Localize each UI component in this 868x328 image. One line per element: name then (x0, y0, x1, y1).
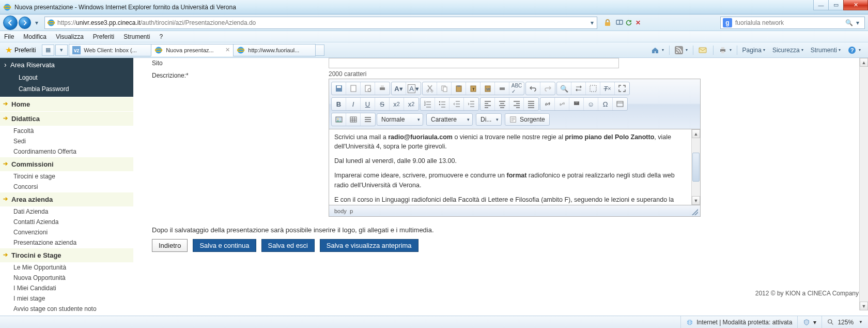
home-button[interactable]: ▾ (648, 44, 667, 56)
help-button[interactable]: ?▾ (845, 44, 864, 56)
toolbar-find-button[interactable]: 🔍 (557, 82, 571, 95)
scroll-up-icon[interactable]: ▲ (860, 58, 868, 67)
toolbar-print2-button[interactable] (495, 82, 509, 95)
close-window-button[interactable]: ✕ (843, 0, 868, 10)
back-button-form[interactable]: Indietro (152, 239, 188, 252)
toolbar-undo-button[interactable] (526, 82, 540, 95)
minimize-button[interactable]: — (813, 0, 829, 10)
toolbar-italic-button[interactable]: I (346, 98, 361, 110)
toolbar-selectall-button[interactable] (586, 82, 600, 95)
toolbar-bullet-list-button[interactable] (435, 98, 450, 110)
sidebar-header-reserved[interactable]: Area Riservata (0, 58, 133, 72)
lock-icon[interactable] (602, 18, 613, 28)
sidebar-header-commissioni[interactable]: Commissioni (0, 157, 133, 171)
toolbar-indent-button[interactable] (464, 98, 478, 110)
tab-fuoriaula[interactable]: http://www.fuoriaul... (233, 44, 316, 56)
save-continue-button[interactable]: Salva e continua (193, 239, 256, 252)
toolbar-paste-text-button[interactable]: T (466, 82, 481, 95)
toolbar-align-justify-button[interactable] (524, 98, 538, 110)
path-p[interactable]: p (350, 208, 353, 214)
scroll-down-icon[interactable]: ▼ (692, 196, 700, 205)
status-zoom[interactable]: 125% ▼ (822, 316, 868, 328)
sidebar-item[interactable]: I miei stage (0, 293, 133, 304)
sidebar-item[interactable]: Le Mie Opportunità (0, 262, 133, 273)
scroll-down-icon[interactable]: ▼ (860, 302, 868, 310)
sidebar-item[interactable]: Avvio stage con studente noto (0, 304, 133, 314)
toolbar-iframe-button[interactable] (613, 98, 627, 110)
toolbar-size-select[interactable]: Di... (476, 113, 502, 126)
menu-file[interactable]: File (4, 33, 14, 40)
toolbar-superscript-button[interactable]: x2 (404, 98, 419, 110)
toolbar-bold-dropdown[interactable]: A▾ (392, 82, 406, 95)
refresh-button[interactable] (624, 17, 633, 28)
editor-scrollbar[interactable]: ▲ ▼ (691, 129, 700, 205)
feeds-button[interactable]: ▾ (672, 44, 691, 56)
search-box[interactable]: g fuorialula network 🔍 ▾ (720, 17, 865, 29)
toolbar-table-button[interactable] (346, 113, 361, 126)
editor-resize-handle[interactable] (692, 209, 698, 215)
search-dropdown[interactable]: ▾ (853, 17, 862, 28)
sidebar-item[interactable]: Convenzioni (0, 227, 133, 237)
toolbar-unlink-button[interactable] (555, 98, 569, 110)
save-exit-button[interactable]: Salva ed esci (261, 239, 315, 252)
status-protected-mode-toggle[interactable]: ▾ (797, 316, 822, 328)
toolbar-print-button[interactable] (375, 82, 390, 95)
menu-tools[interactable]: Strumenti (123, 33, 150, 40)
favorites-button[interactable]: ★ Preferiti (2, 44, 39, 56)
back-button[interactable] (3, 16, 18, 30)
close-tab-icon[interactable]: ✕ (223, 47, 230, 53)
toolbar-source-button[interactable]: Sorgente (505, 113, 550, 126)
menu-edit[interactable]: Modifica (23, 33, 47, 40)
toolbar-anchor-button[interactable] (569, 98, 584, 110)
forward-button[interactable] (19, 17, 31, 29)
toolbar-specialchar-button[interactable]: Ω (598, 98, 613, 110)
toolbar-templates-button[interactable]: A▾ (406, 82, 421, 95)
tab-webclient[interactable]: vz Web Client: Inbox (... (69, 44, 151, 56)
scroll-up-icon[interactable]: ▲ (692, 129, 700, 138)
toolbar-spellcheck-button[interactable]: ABC✓ (509, 82, 524, 95)
toolbar-hr-button[interactable] (361, 113, 375, 126)
toolbar-cut-button[interactable] (423, 82, 437, 95)
sidebar-item[interactable]: Presentazione azienda (0, 237, 133, 248)
path-body[interactable]: body (334, 208, 347, 214)
toolbar-format-select[interactable]: Normale (377, 113, 423, 126)
toolbar-link-button[interactable] (540, 98, 555, 110)
input-sito[interactable] (329, 58, 619, 68)
address-bar[interactable]: https://univr.esse3.pp.cineca.it/auth/ti… (44, 17, 597, 29)
toolbar-paste-word-button[interactable]: W (481, 82, 495, 95)
toolbar-align-center-button[interactable] (495, 98, 509, 110)
history-dropdown[interactable]: ▾ (32, 17, 41, 28)
scroll-thumb[interactable] (692, 153, 700, 182)
sidebar-item[interactable]: Coordinamento Offerta (0, 146, 133, 157)
sidebar-item[interactable]: Tirocini e stage (0, 171, 133, 182)
url-dropdown[interactable]: ▾ (587, 17, 597, 28)
toolbar-removeformat-button[interactable]: T× (600, 82, 615, 95)
sidebar-item[interactable]: Sedi (0, 136, 133, 146)
compat-button[interactable] (615, 17, 624, 28)
page-menu[interactable]: Pagina▾ (739, 44, 768, 56)
toolbar-align-right-button[interactable] (509, 98, 524, 110)
sidebar-item[interactable]: Dati Azienda (0, 206, 133, 217)
sidebar-item[interactable]: Concorsi (0, 182, 133, 192)
new-tab-button[interactable] (315, 44, 324, 56)
sidebar-item[interactable]: Facoltà (0, 126, 133, 136)
print-button[interactable]: ▾ (716, 44, 735, 56)
toolbar-align-left-button[interactable] (481, 98, 495, 110)
toolbar-image-button[interactable] (332, 113, 346, 126)
toolbar-underline-button[interactable]: U (361, 98, 375, 110)
toolbar-replace-button[interactable] (571, 82, 586, 95)
toolbar-copy-button[interactable] (437, 82, 452, 95)
toolbar-strike-button[interactable]: S (375, 98, 390, 110)
search-icon[interactable]: 🔍 (845, 19, 853, 26)
toolbar-maximize-button[interactable] (615, 82, 629, 95)
sidebar-header-tirocini[interactable]: Tirocini e Stage (0, 248, 133, 262)
sidebar-item-password[interactable]: Cambia Password (0, 83, 133, 97)
toolbar-font-select[interactable]: Carattere (426, 113, 473, 126)
sidebar-item[interactable]: Nuova Opportunità (0, 273, 133, 283)
tools-menu[interactable]: Strumenti▾ (808, 44, 844, 56)
sidebar-header-home[interactable]: Home (0, 97, 133, 111)
toolbar-outdent-button[interactable] (450, 98, 464, 110)
toolbar-smiley-button[interactable]: ☺ (584, 98, 598, 110)
safety-menu[interactable]: Sicurezza▾ (769, 44, 807, 56)
toolbar-save-button[interactable] (332, 82, 346, 95)
